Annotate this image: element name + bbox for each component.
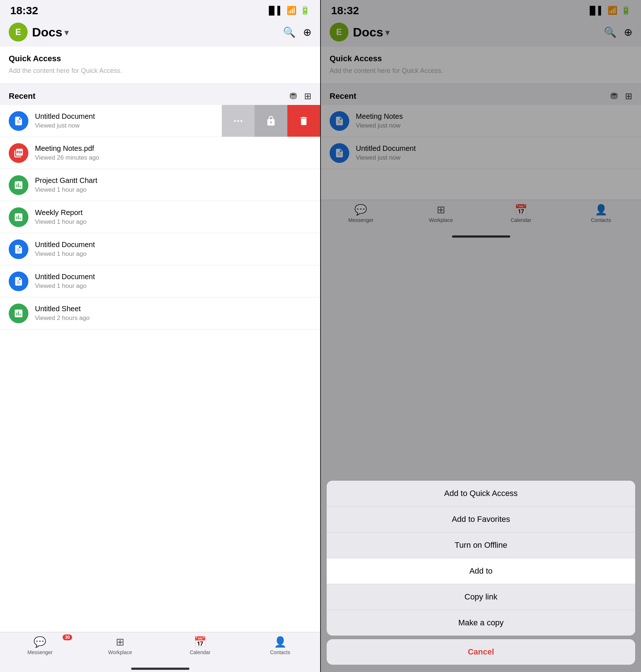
doc-info-6: Untitled Document Viewed 1 hour ago <box>35 273 311 290</box>
wifi-icon: 📶 <box>287 6 296 15</box>
nav-calendar-left[interactable]: 📅 Calendar <box>160 636 240 655</box>
right-phone: 18:32 ▐▌▌ 📶 🔋 E Docs ▾ 🔍 ⊕ Quick Access … <box>321 0 641 672</box>
svg-point-1 <box>237 120 239 122</box>
quick-access-title-left: Quick Access <box>9 54 311 63</box>
svg-point-2 <box>240 120 242 122</box>
left-phone: 18:32 ▐▌▌ 📶 🔋 E Docs ▾ 🔍 ⊕ Quick Access … <box>0 0 321 672</box>
doc-info-2: Meeting Notes.pdf Viewed 26 minutes ago <box>35 144 311 161</box>
action-sheet-container: Add to Quick Access Add to Favorites Tur… <box>321 481 641 672</box>
time-left: 18:32 <box>10 4 38 17</box>
doc-time-2: Viewed 26 minutes ago <box>35 154 311 161</box>
workplace-icon-left: ⊞ <box>116 636 124 648</box>
doc-icon-7 <box>9 304 28 323</box>
quick-access-section-left: Quick Access Add the content here for Qu… <box>0 47 320 84</box>
add-icon-left[interactable]: ⊕ <box>303 26 311 38</box>
doc-name-6: Untitled Document <box>35 273 311 281</box>
svg-point-0 <box>234 120 236 122</box>
header-icons-left: 🔍 ⊕ <box>283 26 311 38</box>
doc-item-4[interactable]: Weekly Report Viewed 1 hour ago <box>0 201 320 233</box>
home-indicator-left <box>0 663 320 672</box>
workplace-label-left: Workplace <box>108 649 132 655</box>
doc-item-5[interactable]: Untitled Document Viewed 1 hour ago <box>0 233 320 265</box>
doc-item-7[interactable]: Untitled Sheet Viewed 2 hours ago <box>0 297 320 329</box>
filter-icon-left[interactable]: ⛃ <box>290 91 297 101</box>
messenger-badge-left: 30 <box>63 634 72 640</box>
nav-contacts-left[interactable]: 👤 Contacts <box>240 636 320 655</box>
action-sheet-main: Add to Quick Access Add to Favorites Tur… <box>327 481 635 636</box>
doc-icon-1 <box>9 111 28 131</box>
calendar-icon-left: 📅 <box>194 636 207 648</box>
doc-icon-3 <box>9 175 28 195</box>
messenger-label-left: Messenger <box>27 649 52 655</box>
doc-name-7: Untitled Sheet <box>35 305 311 313</box>
app-title-text-left: Docs <box>32 25 62 39</box>
doc-name-3: Project Gantt Chart <box>35 176 311 185</box>
action-make-copy[interactable]: Make a copy <box>327 610 635 636</box>
recent-header-left: Recent ⛃ ⊞ <box>0 84 320 105</box>
doc-name-5: Untitled Document <box>35 241 311 249</box>
doc-info-7: Untitled Sheet Viewed 2 hours ago <box>35 305 311 322</box>
contacts-label-left: Contacts <box>270 649 290 655</box>
signal-icon: ▐▌▌ <box>266 6 283 15</box>
doc-item-6[interactable]: Untitled Document Viewed 1 hour ago <box>0 265 320 297</box>
action-copy-link[interactable]: Copy link <box>327 584 635 610</box>
battery-icon: 🔋 <box>300 6 310 15</box>
doc-item-2[interactable]: Meeting Notes.pdf Viewed 26 minutes ago <box>0 137 320 169</box>
doc-icon-5 <box>9 239 28 259</box>
status-bar-left: 18:32 ▐▌▌ 📶 🔋 <box>0 0 320 19</box>
chevron-down-icon-left[interactable]: ▾ <box>64 28 68 38</box>
nav-messenger-left[interactable]: 💬 30 Messenger <box>0 636 80 655</box>
action-offline[interactable]: Turn on Offline <box>327 532 635 558</box>
action-favorites[interactable]: Add to Favorites <box>327 507 635 532</box>
doc-time-4: Viewed 1 hour ago <box>35 218 311 226</box>
swipe-delete-btn[interactable] <box>287 105 320 137</box>
quick-access-subtitle-left: Add the content here for Quick Access. <box>9 67 311 75</box>
doc-icon-4 <box>9 207 28 227</box>
bottom-nav-left: 💬 30 Messenger ⊞ Workplace 📅 Calendar 👤 … <box>0 632 320 663</box>
calendar-label-left: Calendar <box>190 649 211 655</box>
doc-list-left: Untitled Document Viewed just now <box>0 105 320 632</box>
swipe-more-btn[interactable] <box>222 105 255 137</box>
doc-name-2: Meeting Notes.pdf <box>35 144 311 153</box>
recent-title-left: Recent <box>9 91 290 101</box>
search-icon-left[interactable]: 🔍 <box>283 26 296 38</box>
nav-workplace-left[interactable]: ⊞ Workplace <box>80 636 160 655</box>
app-header-left: E Docs ▾ 🔍 ⊕ <box>0 19 320 47</box>
doc-info-4: Weekly Report Viewed 1 hour ago <box>35 208 311 226</box>
action-quick-access[interactable]: Add to Quick Access <box>327 481 635 507</box>
cancel-button[interactable]: Cancel <box>327 639 635 665</box>
action-cancel-sheet: Cancel <box>327 639 635 665</box>
grid-icon-left[interactable]: ⊞ <box>304 91 311 101</box>
avatar-left[interactable]: E <box>9 23 28 42</box>
recent-icons-left: ⛃ ⊞ <box>290 91 311 101</box>
action-add-to[interactable]: Add to <box>327 558 635 584</box>
doc-icon-2 <box>9 143 28 163</box>
status-icons-left: ▐▌▌ 📶 🔋 <box>266 6 310 15</box>
doc-time-7: Viewed 2 hours ago <box>35 314 311 322</box>
doc-info-5: Untitled Document Viewed 1 hour ago <box>35 241 311 258</box>
swipe-actions-1 <box>222 105 320 137</box>
messenger-icon-left: 💬 <box>34 636 46 648</box>
doc-time-3: Viewed 1 hour ago <box>35 186 311 194</box>
doc-item-1[interactable]: Untitled Document Viewed just now <box>0 105 320 137</box>
doc-time-6: Viewed 1 hour ago <box>35 282 311 290</box>
doc-info-3: Project Gantt Chart Viewed 1 hour ago <box>35 176 311 194</box>
doc-item-3[interactable]: Project Gantt Chart Viewed 1 hour ago <box>0 169 320 201</box>
contacts-icon-left: 👤 <box>274 636 287 648</box>
doc-icon-6 <box>9 271 28 291</box>
doc-time-5: Viewed 1 hour ago <box>35 250 311 258</box>
app-title-left: Docs ▾ <box>32 25 279 39</box>
home-bar-left <box>131 668 189 670</box>
doc-name-4: Weekly Report <box>35 208 311 217</box>
swipe-share-btn[interactable] <box>255 105 287 137</box>
